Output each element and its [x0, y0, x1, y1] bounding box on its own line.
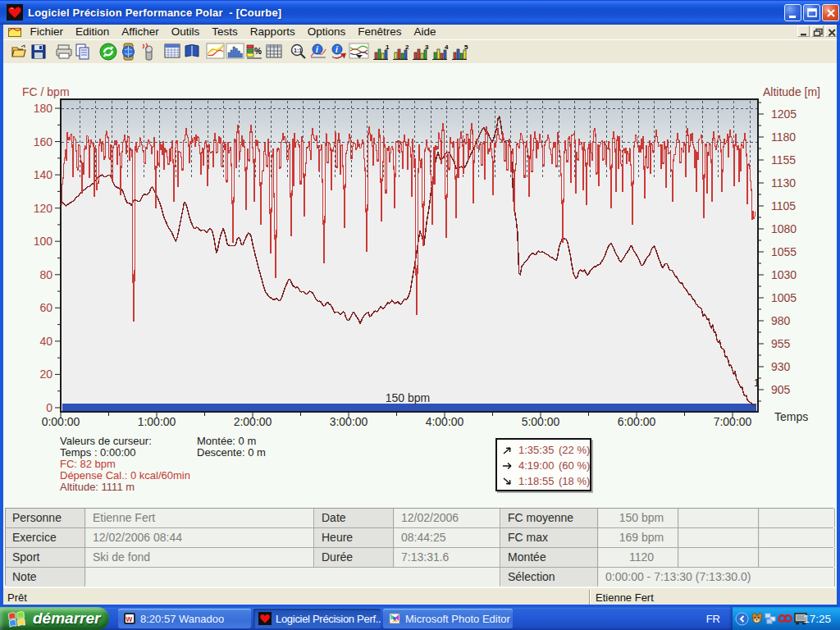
svg-text:i: i [336, 45, 338, 54]
svg-text:6:00:00: 6:00:00 [618, 415, 656, 428]
svg-text:i: i [316, 45, 318, 54]
svg-text:20: 20 [39, 368, 52, 381]
svg-text:120: 120 [34, 202, 53, 215]
svg-text:FC / bpm: FC / bpm [22, 85, 70, 98]
svg-text:905: 905 [771, 383, 791, 396]
svg-text:955: 955 [771, 337, 791, 350]
svg-text:w: w [126, 614, 133, 623]
svg-text:2: 2 [405, 43, 409, 51]
svg-text:100: 100 [34, 235, 53, 248]
svg-text:2:00:00: 2:00:00 [234, 415, 272, 428]
svg-text:3: 3 [425, 43, 429, 51]
svg-text:1105: 1105 [771, 199, 796, 212]
svg-text:930: 930 [771, 360, 791, 373]
svg-text:1055: 1055 [771, 245, 797, 258]
svg-text:140: 140 [34, 168, 53, 181]
svg-text:1005: 1005 [771, 291, 797, 304]
svg-text:1: 1 [754, 377, 760, 389]
svg-text:4:00:00: 4:00:00 [426, 415, 464, 428]
svg-text:1: 1 [386, 43, 390, 51]
svg-text:40: 40 [39, 335, 52, 348]
svg-text:1:1: 1:1 [294, 48, 302, 53]
svg-text:1030: 1030 [771, 268, 797, 281]
svg-text:5: 5 [464, 43, 468, 51]
svg-text:0:00:00: 0:00:00 [42, 415, 80, 428]
svg-text:0: 0 [46, 401, 52, 414]
svg-text:Altitude [m]: Altitude [m] [763, 85, 820, 98]
svg-text:180: 180 [34, 102, 53, 115]
svg-text:4: 4 [445, 43, 449, 51]
svg-text:%: % [254, 47, 262, 56]
svg-text:80: 80 [39, 268, 52, 281]
svg-text:150 bpm: 150 bpm [386, 391, 430, 404]
svg-text:Temps: Temps [774, 410, 808, 423]
svg-text:7:00:00: 7:00:00 [714, 415, 752, 428]
svg-text:980: 980 [771, 314, 791, 327]
svg-text:60: 60 [39, 301, 52, 314]
svg-text:1205: 1205 [771, 107, 797, 121]
svg-text:1080: 1080 [771, 222, 797, 235]
svg-text:1:00:00: 1:00:00 [138, 415, 176, 428]
svg-text:3:00:00: 3:00:00 [330, 415, 368, 428]
svg-text:1180: 1180 [771, 130, 796, 144]
svg-text:160: 160 [34, 135, 53, 148]
svg-text:1130: 1130 [771, 176, 796, 189]
svg-text:5:00:00: 5:00:00 [522, 415, 560, 428]
svg-text:1155: 1155 [771, 153, 796, 167]
